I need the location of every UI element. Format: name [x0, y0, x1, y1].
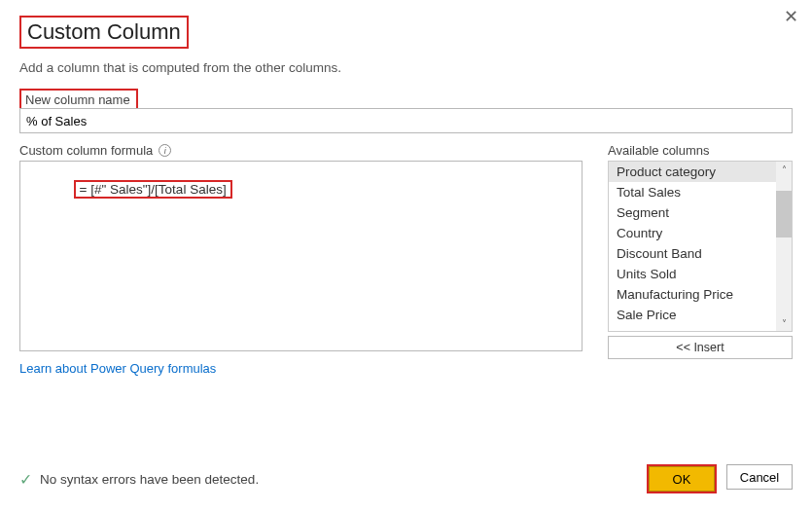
- cancel-button[interactable]: Cancel: [726, 464, 793, 490]
- formula-input[interactable]: = [#" Sales"]/[Total Sales]: [19, 161, 583, 351]
- chevron-up-icon[interactable]: ˄: [776, 162, 792, 177]
- available-columns-list[interactable]: Product category Total Sales Segment Cou…: [608, 161, 793, 332]
- new-column-name-input[interactable]: [19, 108, 793, 133]
- scroll-thumb[interactable]: [776, 191, 792, 237]
- list-item[interactable]: Segment: [609, 202, 792, 223]
- close-icon[interactable]: ✕: [784, 6, 798, 27]
- learn-link[interactable]: Learn about Power Query formulas: [19, 361, 216, 376]
- new-column-name-label: New column name: [25, 92, 130, 107]
- list-item[interactable]: Total Sales: [609, 182, 792, 202]
- info-icon[interactable]: i: [159, 144, 171, 157]
- list-item[interactable]: Manufacturing Price: [609, 284, 792, 305]
- ok-button[interactable]: OK: [649, 466, 715, 492]
- list-item[interactable]: Sale Price: [609, 305, 792, 325]
- status-text: ✓ No syntax errors have been detected.: [19, 470, 259, 489]
- dialog-title: Custom Column: [21, 18, 187, 47]
- list-item[interactable]: Discount Band: [609, 243, 792, 264]
- formula-text: = [#" Sales"]/[Total Sales]: [74, 180, 232, 199]
- dialog-subtitle: Add a column that is computed from the o…: [19, 60, 793, 75]
- chevron-down-icon[interactable]: ˅: [776, 315, 792, 331]
- scrollbar[interactable]: ˄ ˅: [776, 162, 792, 331]
- available-columns-label: Available columns: [608, 143, 793, 158]
- list-item[interactable]: Units Sold: [609, 264, 792, 284]
- insert-button[interactable]: << Insert: [608, 336, 793, 359]
- list-item[interactable]: Country: [609, 223, 792, 243]
- formula-label: Custom column formula i: [19, 143, 583, 158]
- list-item[interactable]: Product category: [609, 162, 792, 182]
- check-icon: ✓: [19, 470, 32, 489]
